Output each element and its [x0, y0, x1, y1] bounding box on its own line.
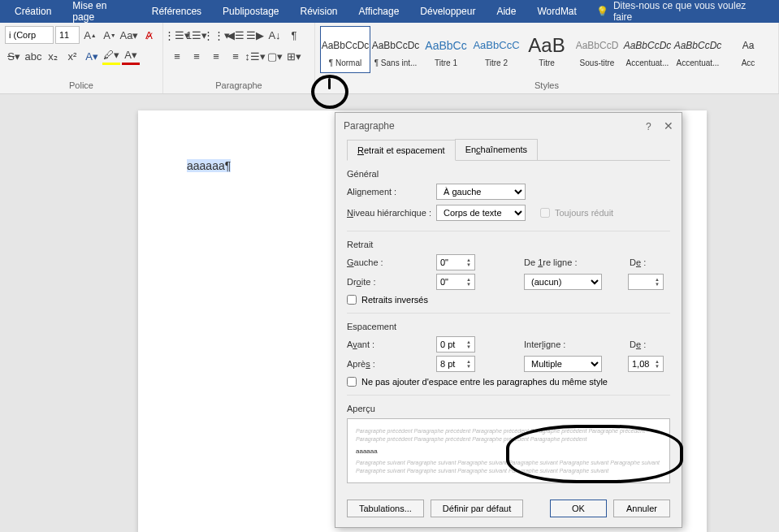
- style-name: ¶ Sans int...: [374, 58, 418, 67]
- style-preview: AaBbCcC: [473, 32, 519, 58]
- superscript-button[interactable]: x²: [63, 47, 81, 65]
- de-label: De :: [630, 257, 654, 267]
- increase-indent-button[interactable]: ☰▶: [246, 26, 264, 44]
- ok-button[interactable]: OK: [550, 500, 607, 517]
- line-spacing-button[interactable]: ↕☰▾: [246, 47, 264, 65]
- preview-sample: aaaaaa: [356, 447, 661, 456]
- section-apercu: Aperçu: [347, 404, 670, 413]
- menu-wordmat[interactable]: WordMat: [527, 2, 586, 20]
- subscript-button[interactable]: x₂: [44, 47, 62, 65]
- de2-label: De :: [630, 340, 654, 349]
- multilevel-button[interactable]: ⋮⋮▾: [207, 26, 225, 44]
- font-color-button[interactable]: A▾: [122, 47, 140, 65]
- shading-button[interactable]: ▢▾: [266, 47, 283, 65]
- annotation-line: [328, 78, 331, 89]
- droite-spinner[interactable]: 0"▲▼: [436, 274, 475, 290]
- mirror-indents-checkbox[interactable]: [347, 295, 357, 305]
- align-center-button[interactable]: ≡: [188, 47, 206, 65]
- outline-label: Niveau hiérarchique :: [347, 208, 436, 218]
- font-size-input[interactable]: [55, 26, 80, 44]
- style-item-8[interactable]: AaAcc: [723, 26, 773, 73]
- section-general: Général: [347, 169, 670, 179]
- no-space-label: Ne pas ajouter d'espace entre les paragr…: [361, 377, 608, 387]
- style-item-0[interactable]: AaBbCcDc¶ Normal: [320, 26, 370, 73]
- style-item-3[interactable]: AaBbCcCTitre 2: [471, 26, 521, 73]
- dialog-title-text: Paragraphe: [344, 120, 395, 132]
- apres-spinner[interactable]: 8 pt▲▼: [436, 356, 475, 372]
- interligne-label: Interligne :: [524, 340, 597, 349]
- style-item-5[interactable]: AaBbCcDSous-titre: [572, 26, 622, 73]
- change-case-button[interactable]: Aa▾: [120, 26, 138, 44]
- de2-spinner[interactable]: 1,08▲▼: [628, 356, 664, 372]
- style-item-2[interactable]: AaBbCcTitre 1: [421, 26, 471, 73]
- justify-button[interactable]: ≡: [227, 47, 245, 65]
- decrease-indent-button[interactable]: ◀☰: [227, 26, 245, 44]
- menu-developpeur[interactable]: Développeur: [410, 2, 485, 20]
- tell-me-search[interactable]: 💡 Dites-nous ce que vous voulez faire: [588, 0, 774, 26]
- menu-publipostage[interactable]: Publipostage: [213, 2, 288, 20]
- menu-references[interactable]: Références: [142, 2, 211, 20]
- highlight-button[interactable]: 🖊▾: [102, 47, 120, 65]
- tabulations-button[interactable]: Tabulations...: [347, 500, 424, 517]
- menu-creation[interactable]: Création: [5, 2, 61, 20]
- paragraph-dialog: Paragraphe ? ✕ Retrait et espacement Enc…: [335, 112, 682, 528]
- style-item-4[interactable]: AaBTitre: [521, 26, 572, 73]
- no-space-checkbox[interactable]: [347, 377, 357, 387]
- style-name: Titre 1: [435, 58, 457, 67]
- avant-spinner[interactable]: 0 pt▲▼: [436, 336, 475, 353]
- style-name: Titre: [539, 58, 555, 67]
- dialog-close-button[interactable]: ✕: [664, 119, 673, 132]
- grow-font-button[interactable]: A▲: [81, 26, 99, 44]
- gauche-spinner[interactable]: 0"▲▼: [436, 254, 475, 270]
- cancel-button[interactable]: Annuler: [613, 500, 670, 517]
- strikethrough-button[interactable]: S▾: [5, 47, 23, 65]
- style-name: ¶ Normal: [329, 58, 361, 67]
- styles-group-label: Styles: [320, 79, 773, 92]
- style-item-6[interactable]: AaBbCcDcAccentuat...: [622, 26, 673, 73]
- style-item-7[interactable]: AaBbCcDcAccentuat...: [673, 26, 723, 73]
- interligne-select[interactable]: Multiple: [524, 356, 602, 372]
- sort-button[interactable]: A↓: [266, 26, 283, 44]
- section-espacement: Espacement: [347, 322, 670, 331]
- borders-button[interactable]: ⊞▾: [285, 47, 303, 65]
- menu-affichage[interactable]: Affichage: [349, 2, 409, 20]
- ribbon-group-paragraph: ⋮☰▾ 1☰▾ ⋮⋮▾ ◀☰ ☰▶ A↓ ¶ ≡ ≡ ≡ ≡ ↕☰▾ ▢▾ ⊞▾…: [163, 23, 315, 93]
- preview-box: Paragraphe précédent Paragraphe précéden…: [347, 418, 670, 483]
- align-left-button[interactable]: ≡: [168, 47, 186, 65]
- style-name: Accentuat...: [677, 58, 720, 67]
- style-name: Accentuat...: [626, 58, 669, 67]
- menu-aide[interactable]: Aide: [487, 2, 526, 20]
- align-right-button[interactable]: ≡: [207, 47, 225, 65]
- preview-after: Paragraphe suivant Paragraphe suivant Pa…: [356, 459, 661, 475]
- dialog-tabs: Retrait et espacement Enchaînements: [347, 139, 670, 161]
- font-group-label: Police: [5, 79, 158, 92]
- bullets-button[interactable]: ⋮☰▾: [168, 26, 186, 44]
- style-preview: AaBbCcDc: [372, 32, 420, 58]
- first-line-label: De 1re ligne :: [524, 257, 597, 267]
- first-line-select[interactable]: (aucun): [524, 274, 602, 290]
- style-preview: AaB: [528, 32, 565, 58]
- show-marks-button[interactable]: ¶: [285, 26, 303, 44]
- shrink-font-button[interactable]: A▼: [101, 26, 119, 44]
- de-spinner[interactable]: ▲▼: [628, 274, 664, 290]
- font-name-input[interactable]: [5, 26, 54, 44]
- style-name: Titre 2: [485, 58, 508, 67]
- tab-enchainements[interactable]: Enchaînements: [455, 139, 538, 160]
- mirror-indents-label: Retraits inversés: [361, 295, 428, 305]
- alignment-label: Alignement :: [347, 187, 436, 197]
- strikethrough2-button[interactable]: abc: [24, 47, 42, 65]
- alignment-select[interactable]: À gauche: [436, 184, 526, 200]
- document-text[interactable]: aaaaaa¶: [187, 159, 231, 172]
- ribbon: A▲ A▼ Aa▾ A̷ S▾ abc x₂ x² A▾ 🖊▾ A▾ Polic…: [0, 23, 779, 94]
- style-item-1[interactable]: AaBbCcDc¶ Sans int...: [370, 26, 421, 73]
- clear-formatting-button[interactable]: A̷: [140, 26, 158, 44]
- menu-revision[interactable]: Révision: [290, 2, 347, 20]
- outline-select[interactable]: Corps de texte: [436, 205, 526, 221]
- section-retrait: Retrait: [347, 240, 670, 249]
- bulb-icon: 💡: [596, 6, 608, 17]
- tab-retrait-espacement[interactable]: Retrait et espacement: [347, 140, 456, 161]
- default-button[interactable]: Définir par défaut: [431, 500, 523, 517]
- text-effects-button[interactable]: A▾: [83, 47, 101, 65]
- collapsed-label: Toujours réduit: [555, 208, 613, 218]
- dialog-help-button[interactable]: ?: [646, 121, 651, 132]
